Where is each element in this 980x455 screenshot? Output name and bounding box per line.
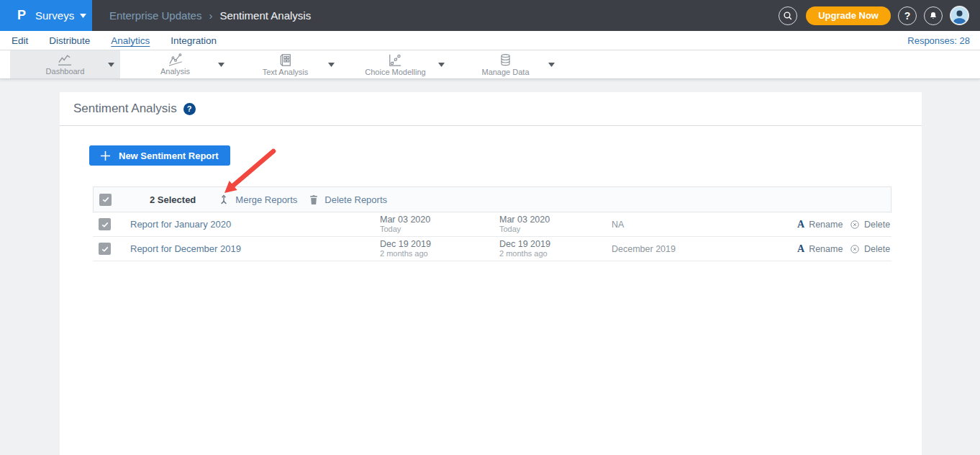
- rename-icon: A: [797, 220, 804, 230]
- upgrade-now-button[interactable]: Upgrade Now: [806, 6, 891, 25]
- app-window: P Surveys Enterprise Updates › Sentiment…: [0, 0, 980, 455]
- chevron-down-icon[interactable]: [218, 63, 224, 67]
- analytics-toolbar: Dashboard Analysis: [0, 50, 980, 79]
- proprofs-logo-icon: P: [17, 7, 26, 23]
- delete-reports-label: Delete Reports: [325, 194, 387, 205]
- document-grid-icon: [278, 53, 293, 67]
- chevron-down-icon[interactable]: [438, 63, 445, 67]
- row-checkbox[interactable]: [99, 243, 111, 255]
- chevron-down-icon[interactable]: [328, 63, 335, 67]
- merge-reports-button[interactable]: Merge Reports: [218, 194, 297, 206]
- tab-integration[interactable]: Integration: [171, 34, 217, 48]
- rename-button[interactable]: A Rename: [797, 220, 850, 230]
- rename-label: Rename: [809, 244, 843, 254]
- user-avatar[interactable]: [950, 6, 969, 25]
- selected-count-label: 2 Selected: [150, 194, 196, 205]
- toolbar-label: Analysis: [160, 67, 190, 76]
- toolbar-item-text-analysis[interactable]: Text Analysis: [230, 50, 340, 78]
- report-row: Report for December 2019 Dec 19 2019 2 m…: [93, 237, 891, 261]
- report-tag: December 2019: [612, 244, 797, 254]
- report-list: 2 Selected Merge Reports: [93, 186, 891, 261]
- content-card: Sentiment Analysis ? New Sentiment Repor…: [60, 92, 922, 455]
- chevron-down-icon[interactable]: [548, 63, 555, 67]
- rename-button[interactable]: A Rename: [797, 244, 850, 254]
- selection-bar: 2 Selected Merge Reports: [93, 186, 891, 212]
- row-checkbox[interactable]: [99, 218, 111, 230]
- rename-label: Rename: [809, 220, 843, 230]
- created-date-cell: Mar 03 2020 Today: [380, 215, 499, 234]
- tab-analytics[interactable]: Analytics: [111, 34, 150, 48]
- toolbar-item-dashboard[interactable]: Dashboard: [10, 50, 120, 78]
- toolbar-item-analysis[interactable]: Analysis: [120, 50, 230, 78]
- bubble-chart-icon: [388, 53, 402, 67]
- breadcrumb-current-page: Sentiment Analysis: [219, 9, 311, 22]
- page-title: Sentiment Analysis: [73, 102, 177, 116]
- new-sentiment-report-button[interactable]: New Sentiment Report: [89, 145, 230, 166]
- delete-label: Delete: [864, 244, 890, 254]
- rename-icon: A: [797, 244, 804, 254]
- delete-button[interactable]: Delete: [850, 220, 891, 230]
- report-name-link[interactable]: Report for December 2019: [130, 243, 380, 254]
- delete-circle-icon: [850, 220, 860, 230]
- top-navbar: P Surveys Enterprise Updates › Sentiment…: [0, 0, 980, 31]
- created-date-cell: Dec 19 2019 2 months ago: [380, 239, 499, 258]
- delete-button[interactable]: Delete: [850, 244, 891, 254]
- chevron-down-icon: [80, 14, 86, 18]
- breadcrumb-separator-icon: ›: [209, 9, 212, 22]
- delete-circle-icon: [850, 244, 860, 254]
- search-button[interactable]: [779, 6, 797, 25]
- report-name-link[interactable]: Report for January 2020: [130, 219, 380, 230]
- notifications-button[interactable]: [924, 6, 943, 25]
- modified-date-cell: Mar 03 2020 Today: [499, 215, 612, 234]
- delete-reports-button[interactable]: Delete Reports: [309, 194, 387, 205]
- plus-icon: [101, 151, 110, 161]
- search-icon: [783, 11, 793, 21]
- trash-icon: [309, 194, 319, 205]
- report-row: Report for January 2020 Mar 03 2020 Toda…: [93, 212, 891, 237]
- toolbar-label: Text Analysis: [263, 68, 309, 76]
- toolbar-item-choice-modelling[interactable]: Choice Modelling: [340, 50, 450, 78]
- merge-icon: [218, 194, 230, 206]
- topbar-actions: Upgrade Now ?: [771, 6, 980, 25]
- merge-reports-label: Merge Reports: [235, 194, 297, 205]
- card-title-bar: Sentiment Analysis ?: [60, 92, 922, 126]
- toolbar-label: Dashboard: [46, 67, 85, 76]
- help-icon[interactable]: ?: [183, 103, 196, 115]
- help-icon: ?: [904, 10, 911, 22]
- select-all-checkbox[interactable]: [99, 194, 112, 206]
- toolbar-label: Manage Data: [481, 68, 529, 76]
- responses-count: Responses: 28: [907, 35, 980, 46]
- report-tag: NA: [612, 220, 797, 230]
- database-icon: [499, 53, 512, 67]
- modified-date-cell: Dec 19 2019 2 months ago: [499, 239, 612, 258]
- survey-tabs: Edit Distribute Analytics Integration Re…: [0, 31, 980, 50]
- new-report-label: New Sentiment Report: [119, 150, 219, 161]
- scatter-chart-icon: [168, 53, 183, 66]
- breadcrumb-survey-name[interactable]: Enterprise Updates: [109, 9, 201, 22]
- help-button[interactable]: ?: [898, 6, 917, 25]
- delete-label: Delete: [864, 220, 890, 230]
- product-switcher[interactable]: P Surveys: [0, 0, 92, 31]
- line-chart-icon: [57, 53, 73, 66]
- bell-icon: [928, 11, 938, 21]
- product-name: Surveys: [35, 9, 74, 22]
- tab-distribute[interactable]: Distribute: [49, 34, 90, 48]
- toolbar-item-manage-data[interactable]: Manage Data: [450, 50, 561, 78]
- chevron-down-icon[interactable]: [108, 63, 114, 67]
- tab-edit[interactable]: Edit: [12, 34, 28, 48]
- toolbar-label: Choice Modelling: [365, 68, 425, 76]
- breadcrumb: Enterprise Updates › Sentiment Analysis: [109, 9, 311, 22]
